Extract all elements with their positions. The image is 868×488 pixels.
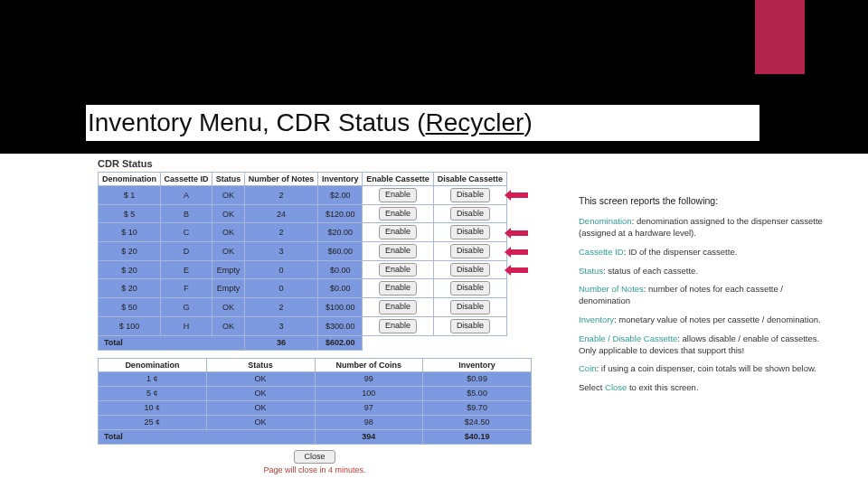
enable-button[interactable]: Enable (379, 300, 417, 314)
cell-inv: $20.00 (318, 223, 363, 242)
cell-denom: 25 ¢ (99, 415, 207, 429)
enable-button[interactable]: Enable (379, 188, 417, 202)
disable-button[interactable]: Disable (450, 244, 490, 258)
desc-item: Inventory: monetary value of notes per c… (579, 314, 832, 326)
desc-item: Status: status of each cassette. (579, 266, 832, 277)
notes-row: $ 20FEmpty0$0.00EnableDisable (99, 279, 532, 298)
notes-row: $ 5BOK24$120.00EnableDisable (99, 204, 532, 223)
cell-status: OK (212, 204, 244, 223)
cell-inv: $9.70 (423, 400, 532, 415)
notes-total-num: 36 (244, 335, 318, 350)
col-enable: Enable Cassette (363, 173, 434, 186)
notes-total-inv: $602.00 (318, 335, 363, 350)
disable-button[interactable]: Disable (450, 300, 490, 314)
desc-text: : ID of the dispenser cassette. (624, 247, 738, 257)
close-button[interactable]: Close (294, 450, 335, 465)
disable-button[interactable]: Disable (450, 263, 490, 277)
desc-text: : status of each cassette. (603, 266, 698, 276)
cell-cid: H (160, 316, 212, 335)
disable-button[interactable]: Disable (450, 225, 490, 239)
cell-status: OK (212, 223, 244, 242)
disable-button[interactable]: Disable (450, 319, 490, 333)
notes-row: $ 20EEmpty0$0.00EnableDisable (99, 260, 532, 279)
notes-total-label: Total (99, 335, 245, 350)
cell-num: 3 (244, 316, 318, 335)
close-area: Close Page will close in 4 minutes. (98, 450, 532, 475)
enable-button[interactable]: Enable (379, 225, 417, 239)
cell-num: 98 (315, 415, 423, 429)
enable-button[interactable]: Enable (379, 207, 417, 221)
desc-term: Number of Notes (579, 284, 644, 294)
coins-total-row: Total 394 $40.19 (99, 429, 532, 444)
col-cassette-id: Cassette ID (160, 173, 212, 186)
notes-row: $ 100HOK3$300.00EnableDisable (99, 316, 532, 335)
desc-item: Number of Notes: number of notes for eac… (579, 284, 832, 307)
disable-button[interactable]: Disable (450, 281, 490, 296)
cell-cid: G (160, 298, 212, 317)
coins-row: 10 ¢OK97$9.70 (99, 400, 532, 415)
notes-row: $ 20DOK3$60.00EnableDisable (99, 242, 532, 261)
desc-text: : if using a coin dispenser, coin totals… (597, 363, 816, 373)
cell-inv: $2.00 (318, 186, 363, 205)
cell-num: 2 (244, 298, 318, 317)
disable-button[interactable]: Disable (450, 188, 490, 202)
cell-num: 2 (244, 186, 318, 205)
cell-status: Empty (212, 260, 244, 279)
coins-header-row: Denomination Status Number of Coins Inve… (99, 358, 532, 371)
cell-num: 99 (315, 371, 423, 386)
cell-inv: $120.00 (318, 204, 363, 223)
desc-term: Coin (579, 363, 597, 373)
cell-status: OK (212, 316, 244, 335)
enable-button[interactable]: Enable (379, 281, 417, 296)
coins-total-inv: $40.19 (423, 429, 532, 444)
title-underline: Recycler (425, 108, 524, 136)
accent-tab (755, 0, 805, 74)
desc-item: Enable / Disable Cassette: allows disabl… (579, 333, 832, 357)
cell-num: 100 (315, 386, 423, 400)
cell-inv: $60.00 (318, 242, 363, 261)
cell-denom: $ 10 (99, 223, 161, 242)
cell-inv: $100.00 (318, 298, 363, 317)
cell-status: OK (206, 386, 315, 400)
coins-col-inv: Inventory (423, 358, 532, 371)
cell-num: 3 (244, 242, 318, 261)
title-pre: Inventory Menu, CDR Status ( (88, 108, 425, 136)
enable-button[interactable]: Enable (379, 263, 417, 277)
slide-title: Inventory Menu, CDR Status (Recycler) (86, 105, 760, 141)
disable-button[interactable]: Disable (450, 207, 490, 221)
cell-denom: $ 20 (99, 260, 161, 279)
cell-inv: $0.00 (318, 279, 363, 298)
cell-status: OK (206, 400, 315, 415)
auto-close-note: Page will close in 4 minutes. (98, 465, 532, 474)
desc-item: Cassette ID: ID of the dispenser cassett… (579, 247, 832, 258)
coins-col-denom: Denomination (99, 358, 207, 371)
cell-num: 97 (315, 400, 423, 415)
cell-status: OK (212, 186, 244, 205)
arrow-col-header (507, 173, 532, 186)
coins-total-num: 394 (315, 429, 423, 444)
arrow-left-icon (510, 249, 528, 255)
cell-denom: $ 20 (99, 242, 161, 261)
cell-inv: $300.00 (318, 316, 363, 335)
arrow-left-icon (510, 267, 528, 273)
desc-intro: This screen reports the following: (579, 194, 832, 207)
enable-button[interactable]: Enable (379, 319, 417, 333)
cell-cid: A (160, 186, 212, 205)
cell-inv: $0.99 (423, 371, 532, 386)
arrow-left-icon (510, 192, 528, 198)
cell-num: 2 (244, 223, 318, 242)
cell-inv: $0.00 (318, 260, 363, 279)
desc-term: Status (579, 266, 603, 276)
desc-term: Cassette ID (579, 247, 624, 257)
term-close: Close (605, 382, 627, 392)
desc-item: Coin: if using a coin dispenser, coin to… (579, 363, 832, 375)
coins-total-label: Total (99, 429, 316, 444)
cdr-status-panel: CDR Status Denomination Cassette ID Stat… (98, 158, 532, 474)
enable-button[interactable]: Enable (379, 244, 417, 258)
desc-close: Select Close to exit this screen. (579, 382, 832, 394)
col-num-notes: Number of Notes (244, 173, 318, 186)
coins-table: Denomination Status Number of Coins Inve… (98, 358, 532, 445)
coins-col-status: Status (206, 358, 315, 371)
cell-inv: $24.50 (423, 415, 532, 429)
col-denom: Denomination (99, 173, 161, 186)
